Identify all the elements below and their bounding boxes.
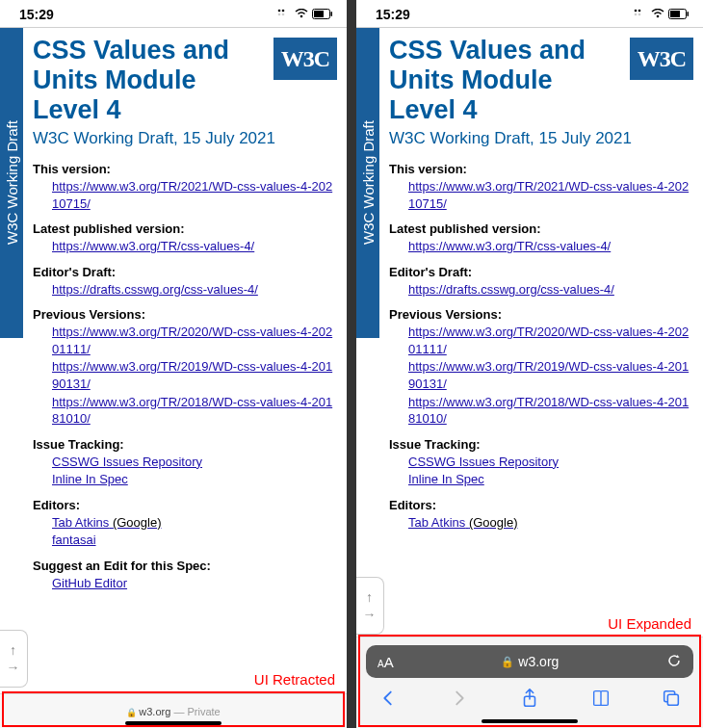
issue-tracking-link-0[interactable]: CSSWG Issues Repository [408, 454, 693, 471]
suggest-edit-label: Suggest an Edit for this Spec: [33, 559, 337, 573]
previous-link-2[interactable]: https://www.w3.org/TR/2018/WD-css-values… [52, 394, 337, 428]
arrow-right-icon: → [363, 608, 377, 621]
svg-point-11 [638, 13, 641, 16]
text-size-button[interactable]: AA [378, 654, 394, 670]
this-version-link[interactable]: https://www.w3.org/TR/2021/WD-css-values… [408, 178, 693, 212]
page-subtitle: W3C Working Draft, 15 July 2021 [389, 129, 693, 148]
editors-label: Editors: [33, 498, 337, 512]
previous-label: Previous Versions: [33, 307, 337, 322]
metadata-list: This version: https://www.w3.org/TR/2021… [33, 162, 337, 591]
working-draft-label: W3C Working Draft [356, 28, 379, 338]
latest-label: Latest published version: [33, 221, 337, 236]
signal-icon [634, 9, 647, 20]
svg-point-2 [278, 13, 281, 16]
editor-0[interactable]: Tab Atkins (Google) [408, 514, 693, 532]
svg-rect-6 [314, 11, 324, 17]
spec-page[interactable]: CSS Values and Units Module Level 4 W3C … [23, 28, 347, 693]
battery-icon [668, 9, 690, 21]
svg-point-4 [300, 15, 303, 18]
status-time: 15:29 [19, 7, 54, 22]
scroll-hint-widget[interactable]: ↑ → [0, 630, 28, 688]
editor-0-name[interactable]: Tab Atkins [52, 515, 109, 530]
svg-point-12 [657, 15, 660, 18]
spec-page[interactable]: CSS Values and Units Module Level 4 W3C … [379, 28, 703, 637]
url-display[interactable]: 🔒 w3.org [501, 654, 559, 669]
bookmarks-button[interactable] [590, 688, 612, 714]
arrow-up-icon: ↑ [10, 643, 16, 657]
wifi-icon [295, 9, 308, 20]
previous-link-2[interactable]: https://www.w3.org/TR/2018/WD-css-values… [408, 394, 693, 428]
editors-draft-label: Editor's Draft: [389, 265, 693, 279]
phone-left-retracted: 15:29 W3C Working Draft CSS Values and U… [0, 0, 347, 728]
phone-right-expanded: 15:29 W3C Working Draft CSS Values and U… [356, 0, 703, 728]
home-indicator[interactable] [125, 721, 221, 725]
editor-0[interactable]: Tab Atkins (Google) [52, 514, 337, 532]
status-bar: 15:29 [356, 0, 703, 27]
issue-tracking-link-1[interactable]: Inline In Spec [52, 471, 337, 488]
svg-point-1 [282, 10, 285, 13]
wifi-icon [651, 9, 664, 20]
editors-label: Editors: [389, 498, 693, 512]
comparison-container: 15:29 W3C Working Draft CSS Values and U… [0, 0, 703, 728]
scroll-hint-widget[interactable]: ↑ → [356, 577, 384, 635]
svg-rect-7 [331, 12, 333, 16]
status-bar: 15:29 [0, 0, 347, 27]
share-button[interactable] [519, 688, 540, 714]
browser-bar-retracted[interactable]: 🔒w3.org — Private [0, 693, 347, 728]
refresh-button[interactable] [666, 653, 682, 671]
content-area: W3C Working Draft CSS Values and Units M… [356, 28, 703, 637]
status-right [634, 9, 690, 21]
arrow-right-icon: → [7, 661, 20, 674]
previous-link-1[interactable]: https://www.w3.org/TR/2019/WD-css-values… [408, 358, 693, 392]
url-display[interactable]: 🔒w3.org — Private [126, 706, 220, 717]
editors-draft-link[interactable]: https://drafts.csswg.org/css-values-4/ [52, 281, 337, 299]
status-time: 15:29 [376, 7, 410, 22]
issue-tracking-link-0[interactable]: CSSWG Issues Repository [52, 454, 337, 471]
editors-draft-link[interactable]: https://drafts.csswg.org/css-values-4/ [408, 281, 693, 299]
browser-toolbar [366, 678, 693, 717]
editor-0-aff: (Google) [113, 515, 162, 530]
domain-text: w3.org [518, 654, 559, 669]
lock-icon: 🔒 [126, 708, 137, 717]
latest-link[interactable]: https://www.w3.org/TR/css-values-4/ [52, 238, 337, 255]
this-version-label: This version: [33, 162, 337, 176]
editor-1[interactable]: fantasai [52, 532, 337, 549]
private-label: — Private [173, 706, 220, 717]
this-version-link[interactable]: https://www.w3.org/TR/2021/WD-css-values… [52, 178, 337, 212]
arrow-up-icon: ↑ [366, 590, 373, 604]
lock-icon: 🔒 [501, 656, 514, 668]
url-bar[interactable]: AA 🔒 w3.org [366, 645, 693, 678]
svg-point-8 [635, 10, 638, 13]
metadata-list: This version: https://www.w3.org/TR/2021… [389, 162, 693, 531]
previous-link-1[interactable]: https://www.w3.org/TR/2019/WD-css-values… [52, 358, 337, 392]
editor-0-name[interactable]: Tab Atkins [408, 515, 465, 530]
latest-label: Latest published version: [389, 221, 693, 236]
w3c-logo: W3C [273, 38, 337, 80]
browser-bar-expanded: AA 🔒 w3.org [356, 637, 703, 728]
signal-icon [277, 9, 291, 20]
suggest-edit-link[interactable]: GitHub Editor [52, 575, 337, 592]
content-area: W3C Working Draft CSS Values and Units M… [0, 28, 347, 693]
svg-point-3 [282, 13, 285, 16]
issue-tracking-link-1[interactable]: Inline In Spec [408, 471, 693, 488]
w3c-logo: W3C [630, 38, 693, 80]
this-version-label: This version: [389, 162, 693, 176]
domain-text: w3.org [139, 706, 170, 717]
home-indicator[interactable] [482, 719, 578, 723]
editor-0-aff: (Google) [469, 515, 518, 530]
svg-rect-18 [667, 694, 678, 705]
previous-link-0[interactable]: https://www.w3.org/TR/2020/WD-css-values… [408, 324, 693, 357]
latest-link[interactable]: https://www.w3.org/TR/css-values-4/ [408, 238, 693, 255]
svg-point-9 [638, 10, 641, 13]
battery-icon [312, 9, 333, 21]
issue-tracking-label: Issue Tracking: [33, 437, 337, 452]
tabs-button[interactable] [661, 688, 682, 714]
svg-rect-15 [688, 12, 690, 16]
forward-button[interactable] [449, 688, 470, 714]
previous-link-0[interactable]: https://www.w3.org/TR/2020/WD-css-values… [52, 324, 337, 357]
svg-point-10 [635, 13, 638, 16]
status-right [277, 9, 333, 21]
editors-draft-label: Editor's Draft: [33, 265, 337, 279]
page-subtitle: W3C Working Draft, 15 July 2021 [33, 129, 337, 148]
back-button[interactable] [378, 688, 399, 714]
